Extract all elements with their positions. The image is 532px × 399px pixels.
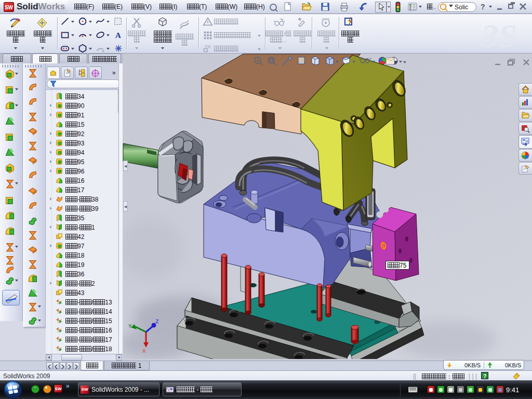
- svg-text:Y: Y: [128, 323, 132, 329]
- svg-text:Z: Z: [155, 318, 159, 325]
- svg-text:ЗS: ЗS: [481, 18, 517, 52]
- svg-text:A: A: [115, 31, 122, 39]
